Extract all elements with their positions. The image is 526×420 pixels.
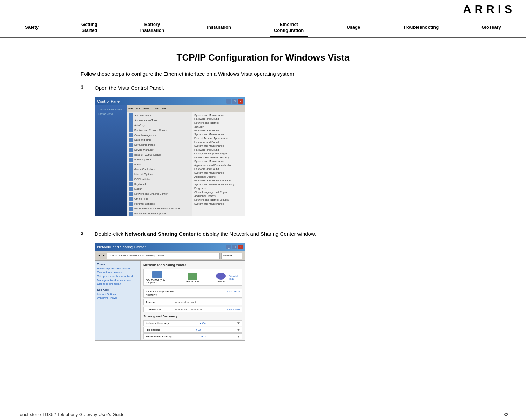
nsc-sharing-discovery-toggle[interactable]: ▼ xyxy=(237,321,240,325)
list-item[interactable]: Internet Options xyxy=(128,172,191,177)
cp-toolbar-file[interactable]: File xyxy=(128,107,133,110)
list-item[interactable]: Date and Time xyxy=(128,138,191,143)
nsc-close-btn[interactable]: × xyxy=(238,245,243,249)
right-item[interactable]: Hardware and Sound xyxy=(193,140,244,144)
right-item[interactable]: Hardware and Sound xyxy=(193,148,244,152)
right-item[interactable]: Clock, Language and Region xyxy=(193,152,244,156)
cp-close-btn[interactable]: × xyxy=(238,99,243,104)
list-item[interactable]: Fonts xyxy=(128,162,191,167)
list-item[interactable]: iSCSI Initiator xyxy=(128,177,191,182)
nsc-maximize-btn[interactable]: □ xyxy=(232,245,237,249)
step-2-text: Double-click Network and Sharing Center … xyxy=(95,230,508,238)
cp-maximize-btn[interactable]: □ xyxy=(232,99,237,104)
right-item[interactable]: System and Maintenance xyxy=(193,159,244,163)
cp-sidebar-home[interactable]: Control Panel Home xyxy=(97,108,125,111)
list-item[interactable]: Default Programs xyxy=(128,143,191,147)
nsc-sharing-title: Sharing and Discovery xyxy=(143,315,242,318)
nsc-tasks-title: Tasks xyxy=(97,263,138,266)
nsc-internet-options[interactable]: Internet Options xyxy=(97,292,138,296)
right-item[interactable]: System and Maintenance Security xyxy=(193,183,244,186)
list-item-icon xyxy=(129,207,133,211)
list-item[interactable]: Performance and Information and Tools xyxy=(128,206,191,211)
nav-glossary[interactable]: Glossary xyxy=(477,19,505,37)
nsc-task-setup[interactable]: Set up a connection or network xyxy=(97,275,138,278)
right-item[interactable]: Programs xyxy=(193,186,244,190)
step-1-number: 1 xyxy=(81,84,95,90)
right-item[interactable]: Appearance and Personalization xyxy=(193,163,244,167)
nsc-node-internet-label: Internet xyxy=(217,280,225,283)
nsc-view-status-link[interactable]: View status xyxy=(227,308,240,311)
nav-installation[interactable]: Installation xyxy=(203,19,235,37)
nsc-task-diagnose[interactable]: Diagnose and repair xyxy=(97,282,138,285)
list-item-icon xyxy=(129,202,133,206)
nav-usage[interactable]: Usage xyxy=(342,19,364,37)
right-item[interactable]: System and Maintenance xyxy=(193,132,244,136)
right-item[interactable]: Clock, Language and Region xyxy=(193,190,244,194)
list-item[interactable]: Network and Sharing Center xyxy=(128,192,191,197)
list-item[interactable]: Game Controllers xyxy=(128,167,191,172)
right-item[interactable]: Ease of Access, Appearance xyxy=(193,136,244,140)
list-item[interactable]: AutoPlay xyxy=(128,123,191,128)
nsc-forward-btn[interactable]: ► xyxy=(102,254,105,257)
nsc-minimize-btn[interactable]: _ xyxy=(226,245,231,249)
right-item[interactable]: Network and Internet xyxy=(193,121,244,125)
nsc-sharing-file-toggle[interactable]: ▼ xyxy=(237,328,240,332)
right-item[interactable]: Hardware and Sound xyxy=(193,129,244,132)
list-item[interactable]: Color Management xyxy=(128,133,191,138)
nav-troubleshooting[interactable]: Troubleshooting xyxy=(399,19,443,37)
footer: Touchstone TG852 Telephony Gateway User'… xyxy=(0,409,526,420)
list-item-icon xyxy=(129,143,133,147)
list-item[interactable]: Offline Files xyxy=(128,197,191,201)
list-item[interactable]: Folder Options xyxy=(128,157,191,162)
nsc-task-connect[interactable]: Connect to a network xyxy=(97,271,138,274)
step-1-text: Open the Vista Control Panel. xyxy=(95,84,508,92)
right-item[interactable]: Network and Internet Security xyxy=(193,156,244,159)
right-item[interactable]: System and Maintenance xyxy=(193,171,244,175)
cp-toolbar-edit[interactable]: Edit xyxy=(136,107,141,110)
view-full-map-link[interactable]: View full map xyxy=(229,275,240,280)
cp-minimize-btn[interactable]: _ xyxy=(226,99,231,104)
right-item[interactable]: Additional Options xyxy=(193,194,244,198)
list-item[interactable]: Device Manager xyxy=(128,147,191,152)
nsc-sharing-public-toggle[interactable]: ▼ xyxy=(237,335,240,338)
list-item-icon xyxy=(129,167,133,172)
cp-sidebar-classic[interactable]: Classic View xyxy=(97,112,125,116)
list-item[interactable]: Parental Controls xyxy=(128,201,191,206)
list-item[interactable]: Mouse xyxy=(128,187,191,192)
nsc-task-manage[interactable]: Manage network connections xyxy=(97,278,138,282)
nsc-back-btn[interactable]: ◄ xyxy=(98,254,101,257)
nav-battery-installation[interactable]: Battery Installation xyxy=(136,19,169,37)
right-item[interactable]: Hardware and Sound xyxy=(193,167,244,171)
nsc-customize-link[interactable]: Customize xyxy=(227,290,240,296)
list-item[interactable]: Keyboard xyxy=(128,182,191,187)
right-item[interactable]: Hardware and Sound Programs xyxy=(193,179,244,183)
right-item[interactable]: System and Maintenance xyxy=(193,144,244,148)
nav-ethernet-configuration[interactable]: Ethernet Configuration xyxy=(270,19,308,37)
list-item[interactable]: Phone and Modem Options xyxy=(128,211,191,216)
nsc-task-view-computers[interactable]: View computers and devices xyxy=(97,267,138,270)
nav-getting-started[interactable]: Getting Started xyxy=(77,19,102,37)
cp-toolbar-view[interactable]: View xyxy=(143,107,149,110)
nsc-windows-firewall[interactable]: Windows Firewall xyxy=(97,296,138,299)
nsc-sharing-discovery-val: ● On xyxy=(200,322,206,325)
right-item[interactable]: Network and Internet Security xyxy=(193,198,244,202)
right-item[interactable]: System and Maintenance xyxy=(193,202,244,206)
list-item[interactable]: Administrative Tools xyxy=(128,118,191,123)
cp-toolbar-help[interactable]: Help xyxy=(162,107,167,110)
nsc-node-router-label: ARRIS.COM xyxy=(186,280,200,283)
cp-toolbar: File Edit View Tools Help xyxy=(127,105,245,112)
right-item[interactable]: Hardware and Sound xyxy=(193,117,244,121)
list-item[interactable]: Add Hardware xyxy=(128,113,191,118)
cp-toolbar-tools[interactable]: Tools xyxy=(152,107,159,110)
nsc-search-input[interactable]: Search xyxy=(221,253,242,259)
step-1-content: Open the Vista Control Panel. Control Pa… xyxy=(95,84,508,223)
nav-safety[interactable]: Safety xyxy=(21,19,43,37)
nsc-titlebar-buttons: _ □ × xyxy=(226,245,243,249)
right-item[interactable]: System and Maintenance xyxy=(193,113,244,117)
right-item[interactable]: Security xyxy=(193,125,244,129)
list-item[interactable]: Ease of Access Center xyxy=(128,152,191,157)
right-item[interactable]: Additional Options xyxy=(193,175,244,179)
list-item-icon xyxy=(129,123,133,128)
nsc-address-bar[interactable]: Control Panel > Network and Sharing Cent… xyxy=(107,253,220,259)
list-item[interactable]: Backup and Restore Center xyxy=(128,128,191,133)
